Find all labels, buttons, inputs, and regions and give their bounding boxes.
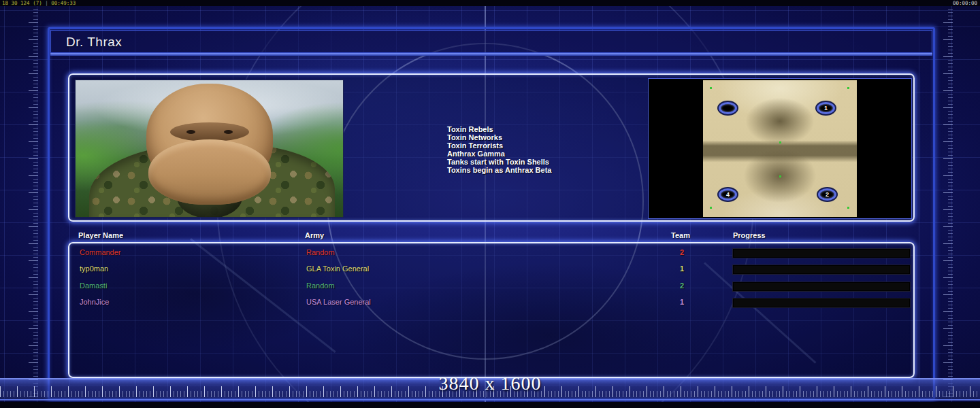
ability-line: Toxin Networks — [447, 133, 551, 141]
column-header-player-name: Player Name — [78, 231, 123, 239]
player-team: 2 — [665, 248, 699, 256]
map-dot — [847, 207, 849, 209]
player-army: GLA Toxin General — [306, 265, 369, 273]
ability-line: Toxin Rebels — [447, 125, 551, 133]
loading-screen: Dr. Thrax Toxin Rebels Toxin Networks To… — [0, 0, 980, 408]
ability-line: Anthrax Gamma — [447, 150, 551, 158]
resolution-label: 3840 x 1600 — [0, 373, 980, 394]
start-position-marker — [719, 102, 737, 114]
portrait-eye — [224, 130, 233, 134]
separator: | — [45, 0, 51, 6]
map-dot — [779, 141, 781, 143]
progress-bar — [733, 282, 910, 291]
map-dot — [779, 175, 781, 177]
left-ruler — [29, 5, 38, 403]
elapsed-timer: 00:49:33 — [51, 0, 76, 6]
player-team: 1 — [665, 265, 699, 273]
map-dot — [710, 207, 712, 209]
portrait-eye — [186, 130, 195, 134]
map-dot — [847, 87, 849, 89]
title-bar: Dr. Thrax — [50, 30, 932, 53]
progress-bar — [733, 249, 910, 258]
map-preview: 1 4 2 — [648, 78, 912, 219]
player-team: 2 — [665, 282, 699, 290]
player-table: Commander Random 2 typ0man GLA Toxin Gen… — [68, 242, 915, 378]
table-row: typ0man GLA Toxin General 1 — [69, 265, 913, 278]
player-army: Random — [306, 282, 335, 290]
portrait-headwrap — [146, 84, 273, 191]
title-divider — [50, 53, 932, 56]
column-header-team: Team — [664, 231, 698, 239]
column-header-army: Army — [305, 231, 324, 239]
start-position-marker: 1 — [817, 102, 835, 114]
progress-bar — [733, 299, 910, 307]
table-row: Damasti Random 2 — [69, 282, 913, 295]
ability-line: Toxins begin as Anthrax Beta — [447, 166, 551, 174]
map-dot — [710, 87, 712, 89]
table-row: JohnJice USA Laser General 1 — [69, 298, 913, 311]
general-info-panel: Toxin Rebels Toxin Networks Toxin Terror… — [68, 73, 915, 222]
player-name: typ0man — [80, 265, 108, 273]
ability-line: Toxin Terrorists — [447, 141, 551, 150]
right-ruler — [943, 5, 953, 403]
start-position-marker: 4 — [719, 188, 737, 201]
general-portrait — [75, 80, 344, 218]
player-army: Random — [306, 248, 335, 256]
start-position-marker: 2 — [818, 188, 836, 201]
portrait-face-wrap — [148, 139, 271, 205]
general-abilities-list: Toxin Rebels Toxin Networks Toxin Terror… — [447, 125, 551, 174]
player-name: JohnJice — [80, 298, 109, 306]
table-row: Commander Random 2 — [69, 248, 913, 262]
page-title: Dr. Thrax — [66, 35, 122, 50]
player-team: 1 — [665, 298, 699, 306]
portrait-face — [170, 122, 249, 141]
frame-counters: 18 30 124 (7) | 00:49:33 — [2, 0, 76, 6]
column-header-progress: Progress — [733, 231, 766, 239]
progress-bar — [733, 265, 910, 274]
counter-values: 18 30 124 (7) — [2, 0, 42, 6]
player-army: USA Laser General — [306, 298, 371, 306]
top-status-bar: 18 30 124 (7) | 00:49:33 00:00:00 — [0, 0, 980, 6]
player-name: Damasti — [80, 282, 107, 290]
right-timer: 00:00:00 — [953, 0, 977, 6]
ability-line: Tanks start with Toxin Shells — [447, 158, 551, 166]
player-name: Commander — [80, 248, 121, 256]
bottom-black-bar — [0, 402, 980, 408]
